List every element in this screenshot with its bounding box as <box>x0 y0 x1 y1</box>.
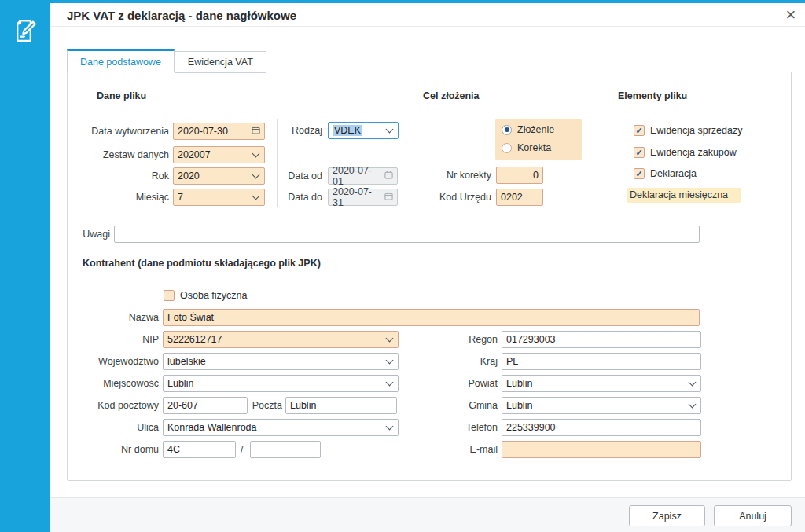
radio-korekta[interactable]: Korekta <box>502 141 551 154</box>
rodzaj-label: Rodzaj <box>267 122 322 139</box>
dialog-window: JPK VAT z deklaracją - dane nagłówkowe ×… <box>0 0 805 532</box>
telefon-label: Telefon <box>409 419 498 436</box>
checkbox-ewidencja-zakupow[interactable]: ✓ <box>634 147 645 158</box>
calendar-icon <box>252 126 260 137</box>
data-wytworzenia-label: Data wytworzenia <box>75 123 169 140</box>
chevron-down-icon <box>386 334 394 342</box>
group-title-cel-zlozenia: Cel złożenia <box>423 90 480 101</box>
nazwa-input[interactable] <box>163 309 700 326</box>
rok-select[interactable]: 2020 <box>173 167 265 185</box>
group-title-elementy-pliku: Elementy pliku <box>618 90 687 101</box>
uwagi-label: Uwagi <box>55 226 110 243</box>
tab-dane-podstawowe[interactable]: Dane podstawowe <box>67 49 175 72</box>
checkbox-osoba-fizyczna[interactable] <box>164 290 175 301</box>
group-title-kontrahent: Kontrahent (dane podmiotu składającego p… <box>83 258 321 269</box>
email-label: E-mail <box>409 441 498 458</box>
dialog-title: JPK VAT z deklaracją - dane nagłówkowe <box>67 9 296 22</box>
kod-pocztowy-input[interactable] <box>163 397 248 414</box>
save-button[interactable]: Zapisz <box>629 505 705 526</box>
calendar-icon <box>384 192 393 203</box>
poczta-input[interactable] <box>285 397 397 414</box>
chevron-down-icon <box>689 378 697 386</box>
data-do-label: Data do <box>267 189 322 206</box>
calendar-icon <box>384 171 393 182</box>
nr-korekty-label: Nr korekty <box>421 167 491 184</box>
nr-domu-separator: / <box>241 441 243 458</box>
rodzaj-select[interactable]: VDEK <box>328 122 399 139</box>
close-icon[interactable]: × <box>781 6 800 25</box>
nip-select[interactable]: 5222612717 <box>163 331 399 348</box>
powiat-label: Powiat <box>409 375 498 392</box>
chevron-down-icon <box>252 149 260 157</box>
chevron-down-icon <box>689 400 697 408</box>
radio-zlozenie[interactable]: Złożenie <box>502 123 554 136</box>
tabbar: Dane podstawowe Ewidencja VAT <box>67 49 266 72</box>
radio-selected-icon[interactable] <box>502 125 512 135</box>
miesiac-select[interactable]: 7 <box>173 189 265 206</box>
gmina-label: Gmina <box>409 397 498 414</box>
wojewodztwo-label: Województwo <box>71 353 159 370</box>
checkbox-ewidencja-sprzedazy[interactable]: ✓ <box>634 125 645 136</box>
chevron-down-icon <box>252 192 260 200</box>
zestaw-danych-select[interactable]: 202007 <box>173 146 265 163</box>
checkbox-deklaracja[interactable]: ✓ <box>634 168 645 179</box>
miesiac-label: Miesiąc <box>75 189 169 206</box>
checkbox-label[interactable]: Ewidencja zakupów <box>650 146 737 159</box>
powiat-select[interactable]: Lublin <box>502 375 701 392</box>
nr-domu-label: Nr domu <box>71 441 159 458</box>
email-input[interactable] <box>502 441 701 458</box>
title-divider <box>50 26 805 27</box>
osoba-fizyczna-label[interactable]: Osoba fizyczna <box>180 289 247 302</box>
wojewodztwo-select[interactable]: lubelskie <box>163 353 399 370</box>
cancel-button[interactable]: Anuluj <box>714 505 792 526</box>
data-od-label: Data od <box>267 167 322 185</box>
group-title-dane-pliku: Dane pliku <box>97 90 146 101</box>
chevron-down-icon <box>386 356 394 364</box>
kod-urzedu-input[interactable] <box>496 189 543 206</box>
chevron-down-icon <box>386 125 394 133</box>
kraj-label: Kraj <box>409 353 498 370</box>
poczta-label: Poczta <box>248 397 282 414</box>
regon-input[interactable] <box>502 331 701 348</box>
miejscowosc-label: Miejscowość <box>71 375 159 392</box>
miejscowosc-select[interactable]: Lublin <box>163 375 399 392</box>
ulica-label: Ulica <box>71 419 159 436</box>
checkbox-label[interactable]: Ewidencja sprzedaży <box>650 124 742 137</box>
gmina-select[interactable]: Lublin <box>502 397 701 414</box>
rok-label: Rok <box>75 167 169 185</box>
telefon-input[interactable] <box>502 419 701 436</box>
tab-ewidencja-vat[interactable]: Ewidencja VAT <box>175 51 266 73</box>
uwagi-input[interactable] <box>114 226 700 243</box>
nr-domu-input[interactable] <box>163 441 236 458</box>
accent-topline <box>0 0 805 3</box>
chevron-down-icon <box>386 422 394 430</box>
data-od-field: 2020-07-01 <box>328 167 398 185</box>
kraj-input[interactable] <box>502 353 701 370</box>
kod-urzedu-label: Kod Urzędu <box>421 189 491 206</box>
radio-unselected-icon[interactable] <box>502 143 512 153</box>
deklaracja-miesieczna-note: Deklaracja miesięczna <box>627 188 741 203</box>
chevron-down-icon <box>386 378 394 386</box>
nip-label: NIP <box>71 331 159 348</box>
nazwa-label: Nazwa <box>71 309 159 326</box>
kod-pocztowy-label: Kod pocztowy <box>71 397 159 414</box>
regon-label: Regon <box>409 331 498 348</box>
data-wytworzenia-field[interactable]: 2020-07-30 <box>173 123 265 140</box>
ulica-select[interactable]: Konrada Wallenroda <box>163 419 399 436</box>
zestaw-danych-label: Zestaw danych <box>75 146 169 163</box>
sidebar <box>0 0 50 532</box>
data-do-field: 2020-07-31 <box>328 189 398 206</box>
checkbox-label[interactable]: Deklaracja <box>650 167 697 180</box>
chevron-down-icon <box>252 171 260 178</box>
nr-korekty-input[interactable] <box>496 167 543 184</box>
nr-lokalu-input[interactable] <box>250 441 321 458</box>
